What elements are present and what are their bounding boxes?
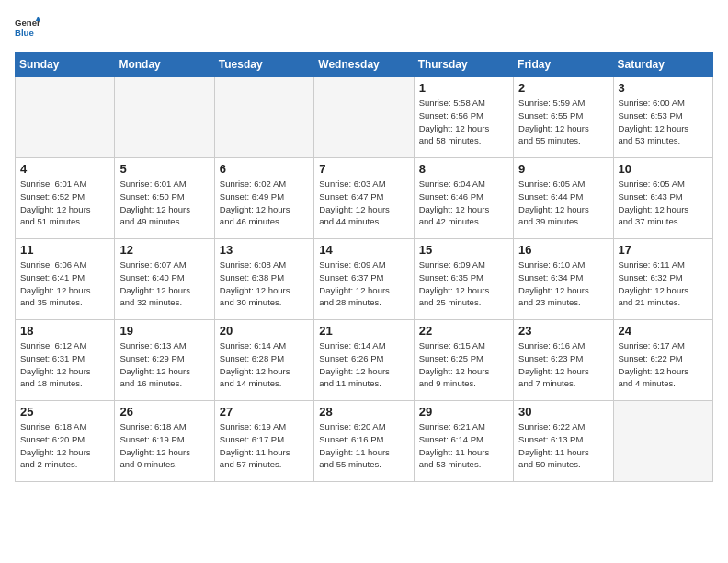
day-info: Sunrise: 5:59 AMSunset: 6:55 PMDaylight:… <box>518 97 608 147</box>
col-header-monday: Monday <box>115 52 214 77</box>
day-number: 1 <box>419 81 508 95</box>
calendar-cell <box>214 77 313 158</box>
day-info: Sunrise: 6:14 AMSunset: 6:26 PMDaylight:… <box>319 339 408 390</box>
svg-text:Blue: Blue <box>15 28 34 38</box>
calendar-cell: 10Sunrise: 6:05 AMSunset: 6:43 PMDayligh… <box>613 158 712 239</box>
calendar-cell: 25Sunrise: 6:18 AMSunset: 6:20 PMDayligh… <box>16 401 115 482</box>
col-header-wednesday: Wednesday <box>314 52 414 77</box>
calendar-cell: 2Sunrise: 5:59 AMSunset: 6:55 PMDaylight… <box>514 77 613 158</box>
day-info: Sunrise: 6:11 AMSunset: 6:32 PMDaylight:… <box>619 259 708 309</box>
day-number: 9 <box>518 162 608 176</box>
calendar-cell: 8Sunrise: 6:04 AMSunset: 6:46 PMDaylight… <box>414 158 513 239</box>
calendar-cell: 5Sunrise: 6:01 AMSunset: 6:50 PMDaylight… <box>115 158 214 239</box>
svg-text:General: General <box>15 17 40 28</box>
calendar-cell: 3Sunrise: 6:00 AMSunset: 6:53 PMDaylight… <box>613 77 712 158</box>
day-number: 2 <box>518 81 608 95</box>
day-info: Sunrise: 5:58 AMSunset: 6:56 PMDaylight:… <box>419 97 508 147</box>
day-number: 19 <box>119 324 209 338</box>
calendar-cell: 29Sunrise: 6:21 AMSunset: 6:14 PMDayligh… <box>414 401 513 482</box>
calendar-cell: 11Sunrise: 6:06 AMSunset: 6:41 PMDayligh… <box>16 239 115 320</box>
day-info: Sunrise: 6:00 AMSunset: 6:53 PMDaylight:… <box>619 97 708 147</box>
day-number: 6 <box>220 162 309 176</box>
day-info: Sunrise: 6:13 AMSunset: 6:29 PMDaylight:… <box>119 339 209 390</box>
calendar-cell: 20Sunrise: 6:14 AMSunset: 6:28 PMDayligh… <box>214 320 313 401</box>
day-info: Sunrise: 6:08 AMSunset: 6:38 PMDaylight:… <box>220 259 309 309</box>
calendar-cell: 19Sunrise: 6:13 AMSunset: 6:29 PMDayligh… <box>115 320 214 401</box>
day-info: Sunrise: 6:20 AMSunset: 6:16 PMDaylight:… <box>319 420 408 471</box>
calendar-cell <box>16 77 115 158</box>
day-info: Sunrise: 6:16 AMSunset: 6:23 PMDaylight:… <box>518 339 608 390</box>
day-info: Sunrise: 6:21 AMSunset: 6:14 PMDaylight:… <box>419 420 508 471</box>
day-number: 25 <box>20 405 109 419</box>
day-number: 11 <box>20 243 109 257</box>
day-info: Sunrise: 6:18 AMSunset: 6:19 PMDaylight:… <box>119 420 209 471</box>
col-header-thursday: Thursday <box>414 52 513 77</box>
day-number: 3 <box>619 81 708 95</box>
calendar-cell: 12Sunrise: 6:07 AMSunset: 6:40 PMDayligh… <box>115 239 214 320</box>
day-number: 16 <box>518 243 608 257</box>
calendar-cell: 18Sunrise: 6:12 AMSunset: 6:31 PMDayligh… <box>16 320 115 401</box>
calendar-cell: 21Sunrise: 6:14 AMSunset: 6:26 PMDayligh… <box>314 320 414 401</box>
day-number: 18 <box>20 324 109 338</box>
calendar-cell: 15Sunrise: 6:09 AMSunset: 6:35 PMDayligh… <box>414 239 513 320</box>
day-number: 15 <box>419 243 508 257</box>
day-number: 13 <box>220 243 309 257</box>
day-number: 14 <box>319 243 408 257</box>
day-number: 7 <box>319 162 408 176</box>
day-number: 12 <box>119 243 209 257</box>
day-info: Sunrise: 6:07 AMSunset: 6:40 PMDaylight:… <box>119 259 209 309</box>
calendar-cell: 30Sunrise: 6:22 AMSunset: 6:13 PMDayligh… <box>514 401 613 482</box>
day-number: 24 <box>619 324 708 338</box>
day-number: 22 <box>419 324 508 338</box>
day-info: Sunrise: 6:15 AMSunset: 6:25 PMDaylight:… <box>419 339 508 390</box>
day-number: 8 <box>419 162 508 176</box>
logo-icon: General Blue <box>15 15 40 40</box>
day-number: 5 <box>119 162 209 176</box>
day-number: 29 <box>419 405 508 419</box>
calendar-cell: 23Sunrise: 6:16 AMSunset: 6:23 PMDayligh… <box>514 320 613 401</box>
calendar-cell: 7Sunrise: 6:03 AMSunset: 6:47 PMDaylight… <box>314 158 414 239</box>
calendar-cell: 26Sunrise: 6:18 AMSunset: 6:19 PMDayligh… <box>115 401 214 482</box>
day-number: 30 <box>518 405 608 419</box>
day-info: Sunrise: 6:09 AMSunset: 6:35 PMDaylight:… <box>419 259 508 309</box>
calendar-cell: 22Sunrise: 6:15 AMSunset: 6:25 PMDayligh… <box>414 320 513 401</box>
calendar-table: SundayMondayTuesdayWednesdayThursdayFrid… <box>15 52 713 482</box>
day-info: Sunrise: 6:02 AMSunset: 6:49 PMDaylight:… <box>220 178 309 228</box>
calendar-cell <box>115 77 214 158</box>
day-number: 17 <box>619 243 708 257</box>
calendar-cell <box>314 77 414 158</box>
day-number: 21 <box>319 324 408 338</box>
day-number: 28 <box>319 405 408 419</box>
day-info: Sunrise: 6:12 AMSunset: 6:31 PMDaylight:… <box>20 339 109 390</box>
day-info: Sunrise: 6:01 AMSunset: 6:52 PMDaylight:… <box>20 178 109 228</box>
calendar-cell: 6Sunrise: 6:02 AMSunset: 6:49 PMDaylight… <box>214 158 313 239</box>
day-info: Sunrise: 6:03 AMSunset: 6:47 PMDaylight:… <box>319 178 408 228</box>
col-header-sunday: Sunday <box>16 52 115 77</box>
calendar-cell: 17Sunrise: 6:11 AMSunset: 6:32 PMDayligh… <box>613 239 712 320</box>
day-number: 10 <box>619 162 708 176</box>
day-info: Sunrise: 6:06 AMSunset: 6:41 PMDaylight:… <box>20 259 109 309</box>
day-number: 27 <box>220 405 309 419</box>
day-number: 20 <box>220 324 309 338</box>
col-header-saturday: Saturday <box>613 52 712 77</box>
day-info: Sunrise: 6:18 AMSunset: 6:20 PMDaylight:… <box>20 420 109 471</box>
day-info: Sunrise: 6:17 AMSunset: 6:22 PMDaylight:… <box>619 339 708 390</box>
calendar-cell: 27Sunrise: 6:19 AMSunset: 6:17 PMDayligh… <box>214 401 313 482</box>
day-number: 4 <box>20 162 109 176</box>
day-number: 23 <box>518 324 608 338</box>
calendar-cell: 14Sunrise: 6:09 AMSunset: 6:37 PMDayligh… <box>314 239 414 320</box>
day-info: Sunrise: 6:05 AMSunset: 6:44 PMDaylight:… <box>518 178 608 228</box>
calendar-cell: 13Sunrise: 6:08 AMSunset: 6:38 PMDayligh… <box>214 239 313 320</box>
col-header-friday: Friday <box>514 52 613 77</box>
day-info: Sunrise: 6:05 AMSunset: 6:43 PMDaylight:… <box>619 178 708 228</box>
day-info: Sunrise: 6:01 AMSunset: 6:50 PMDaylight:… <box>119 178 209 228</box>
day-info: Sunrise: 6:22 AMSunset: 6:13 PMDaylight:… <box>518 420 608 471</box>
calendar-cell: 24Sunrise: 6:17 AMSunset: 6:22 PMDayligh… <box>613 320 712 401</box>
calendar-cell: 9Sunrise: 6:05 AMSunset: 6:44 PMDaylight… <box>514 158 613 239</box>
day-info: Sunrise: 6:04 AMSunset: 6:46 PMDaylight:… <box>419 178 508 228</box>
day-info: Sunrise: 6:09 AMSunset: 6:37 PMDaylight:… <box>319 259 408 309</box>
day-info: Sunrise: 6:10 AMSunset: 6:34 PMDaylight:… <box>518 259 608 309</box>
calendar-cell: 28Sunrise: 6:20 AMSunset: 6:16 PMDayligh… <box>314 401 414 482</box>
page-header: General Blue <box>15 15 713 40</box>
day-info: Sunrise: 6:14 AMSunset: 6:28 PMDaylight:… <box>220 339 309 390</box>
